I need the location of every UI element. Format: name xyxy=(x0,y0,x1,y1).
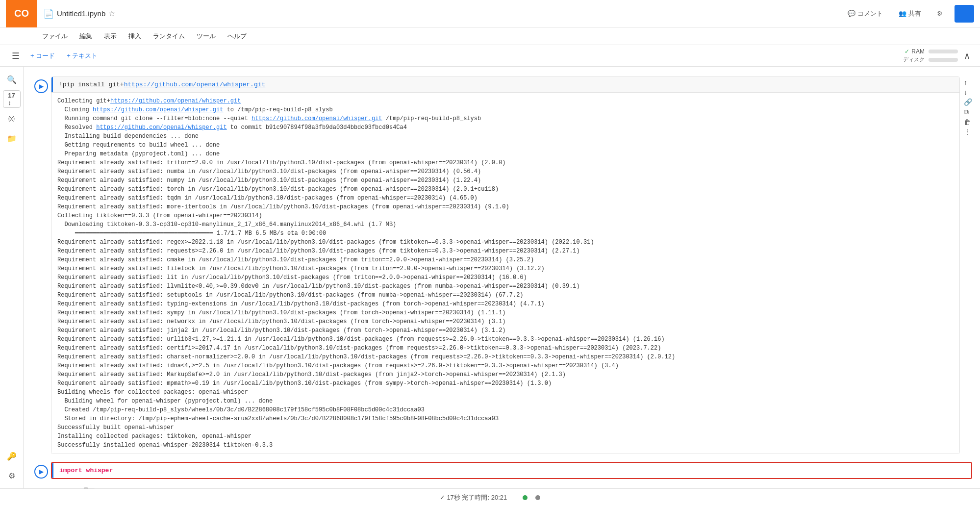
comment-button[interactable]: 💬 コメント xyxy=(844,7,887,20)
cursor-pointer: ☞ xyxy=(82,482,97,488)
delete-cell-icon[interactable]: 🗑 xyxy=(964,118,972,126)
cell-1-code[interactable]: !pip install git+https://github.com/open… xyxy=(51,76,960,454)
status-dot-gray xyxy=(535,495,540,500)
comment-icon: 💬 xyxy=(848,10,855,17)
file-icon: 📄 xyxy=(43,8,54,19)
add-text-label: + テキスト xyxy=(67,51,98,60)
notebook-title: Untitled1.ipynb xyxy=(57,9,105,18)
move-down-icon[interactable]: ↓ xyxy=(964,88,972,96)
left-sidebar: 🔍 17↕ {x} 📁 🔑 ⚙ xyxy=(0,67,24,488)
add-code-label: + コード xyxy=(30,51,55,60)
cell-1: ▶ !pip install git+https://github.com/op… xyxy=(24,75,980,456)
sidebar-icon-keys[interactable]: 🔑 xyxy=(3,447,21,465)
share-button[interactable]: 👥 共有 xyxy=(895,7,925,20)
ram-bar xyxy=(929,50,958,53)
sidebar-toggle-button[interactable]: ☰ xyxy=(8,48,24,64)
cell-2-code[interactable]: import whisper xyxy=(51,462,972,479)
add-code-button[interactable]: + コード xyxy=(25,50,60,62)
share-icon: 👥 xyxy=(899,10,906,17)
sidebar-icon-files[interactable]: 📁 xyxy=(3,129,21,147)
add-text-button[interactable]: + テキスト xyxy=(62,50,102,62)
titlebar: CO 📄 Untitled1.ipynb ☆ 💬 コメント 👥 共有 ⚙ xyxy=(0,0,980,27)
notebook: ▶ !pip install git+https://github.com/op… xyxy=(24,67,980,488)
star-icon[interactable]: ☆ xyxy=(108,9,115,18)
check-icon: ✓ xyxy=(905,48,909,55)
toolbar: ☰ + コード + テキスト ✓ RAM ディスク ∧ xyxy=(0,45,980,67)
cell-1-output: Collecting git+https://github.com/openai… xyxy=(51,92,959,454)
menu-help[interactable]: ヘルプ xyxy=(223,30,251,43)
status-dot-green xyxy=(523,495,528,500)
menu-view[interactable]: 表示 xyxy=(99,30,122,43)
cell-1-run-button[interactable]: ▶ xyxy=(34,79,48,93)
main-layout: 🔍 17↕ {x} 📁 🔑 ⚙ ▶ !pip install git+https… xyxy=(0,67,980,488)
cell-2-run-button[interactable]: ▶ xyxy=(34,465,48,479)
cell-2-gutter: ▶ xyxy=(31,462,51,479)
status-timing: ✓ 17秒 完了時間: 20:21 xyxy=(440,493,507,502)
disk-bar xyxy=(929,58,958,62)
sidebar-bottom: 🔑 ⚙ xyxy=(3,447,21,488)
menubar: ファイル 編集 表示 挿入 ランタイム ツール ヘルプ xyxy=(0,27,980,45)
copy-cell-icon[interactable]: ⧉ xyxy=(964,108,972,116)
ram-disk-indicator: ✓ RAM ディスク xyxy=(903,48,958,63)
cell-1-gutter: ▶ xyxy=(31,76,51,93)
menu-runtime[interactable]: ランタイム xyxy=(148,30,190,43)
link-icon[interactable]: 🔗 xyxy=(964,98,972,106)
cell-1-actions: ↑ ↓ 🔗 ⧉ 🗑 ⋮ xyxy=(960,76,972,136)
titlebar-actions: 💬 コメント 👥 共有 ⚙ xyxy=(844,5,974,23)
sidebar-icon-settings[interactable]: ⚙ xyxy=(3,467,21,484)
move-up-icon[interactable]: ↑ xyxy=(964,78,972,86)
sidebar-icon-toc[interactable]: 17↕ xyxy=(3,90,21,108)
more-options-icon[interactable]: ⋮ xyxy=(964,128,972,136)
settings-button[interactable]: ⚙ xyxy=(933,8,947,19)
app-logo: CO xyxy=(6,0,37,27)
connect-button[interactable] xyxy=(955,5,974,23)
cell-1-code-content: !pip install git+https://github.com/open… xyxy=(51,77,959,92)
menu-file[interactable]: ファイル xyxy=(37,30,73,43)
expand-icon[interactable]: ∧ xyxy=(964,51,970,61)
cell-2-code-content: import whisper xyxy=(52,463,971,478)
menu-edit[interactable]: 編集 xyxy=(75,30,97,43)
menu-insert[interactable]: 挿入 xyxy=(124,30,146,43)
sidebar-icon-variables[interactable]: {x} xyxy=(3,110,21,127)
cell-2: ▶ import whisper ☞ xyxy=(24,460,980,481)
menu-icon: ☰ xyxy=(12,51,20,61)
ram-label: RAM xyxy=(911,48,925,55)
settings-icon: ⚙ xyxy=(937,10,943,17)
statusbar: ✓ 17秒 完了時間: 20:21 xyxy=(0,488,980,506)
sidebar-icon-search[interactable]: 🔍 xyxy=(3,71,21,88)
disk-label: ディスク xyxy=(903,56,925,63)
menu-tools[interactable]: ツール xyxy=(192,30,221,43)
